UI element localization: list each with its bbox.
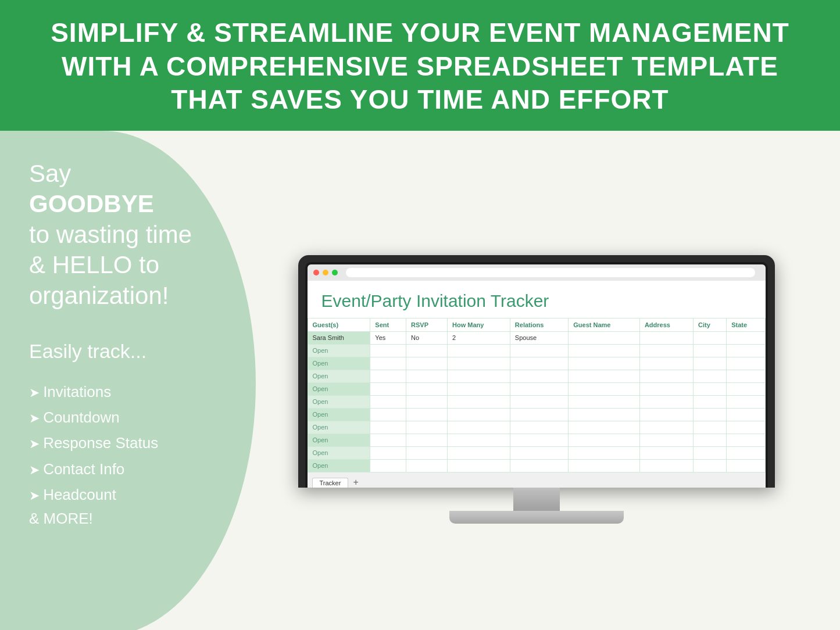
- spreadsheet-table: Guest(s) Sent RSVP How Many Relations Gu…: [308, 318, 766, 472]
- goodbye-text: Say GOODBYE to wasting time & HELLO to o…: [29, 159, 230, 312]
- list-item: Headcount: [29, 482, 230, 507]
- table-row: Open: [308, 370, 765, 382]
- table-row: Open: [308, 421, 765, 434]
- table-row: Open: [308, 459, 765, 472]
- tab-bar: Tracker +: [308, 472, 766, 488]
- top-banner: SIMPLIFY & STREAMLINE YOUR EVENT MANAGEM…: [0, 0, 840, 131]
- table-row: Open: [308, 395, 765, 408]
- spreadsheet-title: Event/Party Invitation Tracker: [308, 281, 766, 318]
- more-text: & MORE!: [29, 510, 230, 528]
- track-list: Invitations Countdown Response Status Co…: [29, 379, 230, 507]
- table-header-row: Guest(s) Sent RSVP How Many Relations Gu…: [308, 318, 765, 331]
- tab-tracker[interactable]: Tracker: [312, 478, 349, 488]
- list-item: Countdown: [29, 405, 230, 430]
- col-rsvp: RSVP: [406, 318, 448, 331]
- expand-icon: [332, 270, 338, 275]
- table-row: Open: [308, 434, 765, 446]
- col-sent: Sent: [370, 318, 406, 331]
- list-item: Contact Info: [29, 456, 230, 482]
- close-icon: [313, 270, 319, 275]
- monitor-inner: Event/Party Invitation Tracker Guest(s) …: [305, 262, 768, 488]
- col-guest-name: Guest Name: [569, 318, 640, 331]
- col-city: City: [694, 318, 727, 331]
- col-state: State: [727, 318, 765, 331]
- spreadsheet: Event/Party Invitation Tracker Guest(s) …: [308, 281, 766, 488]
- monitor: Event/Party Invitation Tracker Guest(s) …: [298, 255, 775, 524]
- browser-bar: [308, 264, 766, 281]
- right-panel: Event/Party Invitation Tracker Guest(s) …: [256, 131, 840, 631]
- monitor-base: [449, 511, 624, 524]
- add-tab-button[interactable]: +: [349, 477, 362, 488]
- main-content: Say GOODBYE to wasting time & HELLO to o…: [0, 131, 840, 631]
- monitor-screen: Event/Party Invitation Tracker Guest(s) …: [298, 255, 775, 488]
- table-row: Open: [308, 357, 765, 370]
- monitor-neck: [513, 488, 560, 511]
- easily-track-label: Easily track...: [29, 340, 230, 363]
- col-guests: Guest(s): [308, 318, 370, 331]
- table-row: Sara SmithYesNo2Spouse: [308, 331, 765, 344]
- table-row: Open: [308, 344, 765, 357]
- list-item: Invitations: [29, 379, 230, 405]
- table-row: Open: [308, 408, 765, 421]
- banner-title: SIMPLIFY & STREAMLINE YOUR EVENT MANAGEM…: [35, 16, 805, 117]
- col-how-many: How Many: [447, 318, 510, 331]
- left-panel: Say GOODBYE to wasting time & HELLO to o…: [0, 131, 256, 631]
- col-address: Address: [639, 318, 693, 331]
- col-relations: Relations: [510, 318, 568, 331]
- table-row: Open: [308, 382, 765, 395]
- url-bar: [346, 268, 755, 277]
- table-row: Open: [308, 446, 765, 459]
- list-item: Response Status: [29, 430, 230, 456]
- minimize-icon: [323, 270, 328, 275]
